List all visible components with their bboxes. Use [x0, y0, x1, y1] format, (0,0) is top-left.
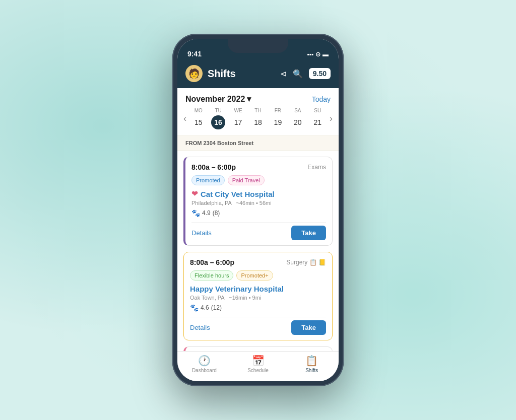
shift-1-time: 8:00a – 6:00p — [191, 163, 236, 171]
hospital-1-name: ❤ Cat City Vet Hospital — [191, 189, 326, 198]
hospital-2-name: Happy Veterinary Hospital — [190, 285, 326, 293]
hospital-1-name-text: Cat City Vet Hospital — [201, 190, 275, 198]
day-wednesday[interactable]: WE 17 — [231, 108, 245, 129]
day-number-19: 19 — [271, 115, 285, 129]
take-button-2[interactable]: Take — [291, 320, 326, 335]
shift-2-footer: Details Take — [190, 317, 326, 335]
week-calendar: ‹ MO 15 TU 16 WE 17 — [177, 108, 339, 135]
day-label-mon: MO — [195, 108, 203, 113]
rating-2-value: 4.6 — [201, 304, 209, 311]
shift-card-1-inner: 8:00a – 6:00p Exams Promoted Paid Travel… — [185, 157, 332, 245]
hospital-1-rating: 🐾 4.9 (8) — [191, 209, 326, 217]
day-sunday[interactable]: SU 21 — [310, 108, 325, 129]
header-title: Shifts — [208, 68, 275, 80]
shift-2-time: 8:00a – 6:00p — [190, 258, 234, 266]
score-badge: 9.50 — [309, 68, 331, 79]
hospital-1-distance: ~46min • 56mi — [236, 200, 271, 206]
location-banner: FROM 2304 Boston Street — [177, 135, 339, 151]
nav-schedule[interactable]: 📅 Schedule — [231, 355, 285, 373]
shifts-list: 8:00a – 6:00p Exams Promoted Paid Travel… — [177, 151, 339, 351]
bottom-nav: 🕐 Dashboard 📅 Schedule 📋 Shifts — [177, 351, 339, 381]
shift-1-footer: Details Take — [191, 222, 326, 240]
take-button-1[interactable]: Take — [291, 226, 326, 240]
nav-dashboard-label: Dashboard — [192, 368, 217, 373]
shift-card-2-inner: 8:00a – 6:00p Surgery 📋 📒 Flexible hours… — [184, 252, 332, 340]
hospital-1-city: Philadelphia, PA — [191, 200, 231, 206]
shift-1-top-row: 8:00a – 6:00p Exams — [191, 163, 326, 171]
heart-icon-1: ❤ — [191, 189, 198, 198]
phone-screen: 9:41 ▪▪▪ ⊙ ▬ 🧑 Shifts ⊲ 🔍 9.50 — [177, 39, 339, 381]
details-link-2[interactable]: Details — [190, 324, 210, 331]
hospital-2-rating: 🐾 4.6 (12) — [190, 304, 326, 312]
paw-icon-1: 🐾 — [191, 209, 200, 217]
hospital-1-location: Philadelphia, PA ~46min • 56mi — [191, 200, 326, 206]
chevron-down-icon: ▾ — [247, 94, 251, 104]
app-header: 🧑 Shifts ⊲ 🔍 9.50 — [177, 61, 339, 88]
from-label: FROM — [185, 140, 202, 146]
shift-card-1: 8:00a – 6:00p Exams Promoted Paid Travel… — [183, 157, 333, 246]
tag-flexible-2: Flexible hours — [190, 270, 233, 281]
today-button[interactable]: Today — [312, 95, 331, 103]
shift-1-type: Exams — [307, 164, 326, 171]
day-saturday[interactable]: SA 20 — [291, 108, 305, 129]
hospital-2-distance: ~16min • 9mi — [229, 295, 261, 301]
status-icons: ▪▪▪ ⊙ ▬ — [307, 51, 329, 58]
day-number-15: 15 — [191, 115, 206, 129]
prev-week-button[interactable]: ‹ — [181, 113, 188, 124]
next-week-button[interactable]: › — [328, 113, 335, 124]
shifts-icon: 📋 — [305, 355, 318, 367]
shift-card-3-inner: 8:00a – 6:00p Exams Flexible hours Promo… — [185, 347, 332, 351]
nav-shifts-label: Shifts — [305, 368, 318, 373]
tag-paid-travel-1: Paid Travel — [228, 175, 265, 185]
week-days: MO 15 TU 16 WE 17 TH 18 — [188, 108, 328, 129]
schedule-icon: 📅 — [252, 355, 265, 367]
paw-icon-2: 🐾 — [190, 304, 199, 312]
shift-2-type: Surgery 📋 📒 — [286, 259, 326, 266]
shift-card-2: 8:00a – 6:00p Surgery 📋 📒 Flexible hours… — [183, 252, 333, 340]
search-icon[interactable]: 🔍 — [293, 69, 303, 79]
day-label-sun: SU — [314, 108, 321, 113]
dashboard-icon: 🕐 — [198, 355, 211, 367]
rating-2-count: (12) — [211, 304, 222, 311]
nav-schedule-label: Schedule — [247, 368, 269, 373]
main-content: November 2022 ▾ Today ‹ MO 15 TU — [177, 88, 339, 351]
day-label-thu: TH — [254, 108, 261, 113]
day-number-16: 16 — [211, 115, 225, 129]
notch — [228, 39, 288, 53]
from-address: 2304 Boston Street — [203, 140, 253, 146]
rating-1-value: 4.9 — [202, 209, 211, 217]
day-friday[interactable]: FR 19 — [271, 108, 285, 129]
day-number-20: 20 — [291, 115, 305, 129]
day-label-sat: SA — [294, 108, 301, 113]
day-number-18: 18 — [251, 115, 265, 129]
rating-1-count: (8) — [213, 209, 220, 217]
header-actions: ⊲ 🔍 9.50 — [280, 68, 331, 79]
phone-wrapper: 9:41 ▪▪▪ ⊙ ▬ 🧑 Shifts ⊲ 🔍 9.50 — [172, 34, 344, 386]
wifi-icon: ⊙ — [315, 51, 320, 58]
nav-shifts[interactable]: 📋 Shifts — [285, 355, 339, 373]
tag-promoted-1: Promoted — [191, 175, 225, 185]
phone-frame: 9:41 ▪▪▪ ⊙ ▬ 🧑 Shifts ⊲ 🔍 9.50 — [172, 34, 344, 386]
filter-icon[interactable]: ⊲ — [280, 69, 287, 79]
shift-2-top-row: 8:00a – 6:00p Surgery 📋 📒 — [190, 258, 326, 266]
hospital-2-city: Oak Town, PA — [190, 295, 224, 301]
details-link-1[interactable]: Details — [191, 229, 212, 237]
shift-2-tags: Flexible hours Promoted+ — [190, 270, 326, 281]
status-time: 9:41 — [187, 50, 202, 58]
day-label-tue: TU — [215, 108, 221, 113]
shift-1-tags: Promoted Paid Travel — [191, 175, 326, 185]
day-monday[interactable]: MO 15 — [191, 108, 206, 129]
avatar[interactable]: 🧑 — [185, 65, 203, 82]
signal-icon: ▪▪▪ — [307, 51, 313, 58]
tag-promoted-plus-2: Promoted+ — [236, 270, 273, 281]
day-number-21: 21 — [310, 115, 325, 129]
day-label-fri: FR — [275, 108, 281, 113]
day-thursday[interactable]: TH 18 — [251, 108, 265, 129]
day-label-wed: WE — [234, 108, 242, 113]
hospital-2-location: Oak Town, PA ~16min • 9mi — [190, 295, 326, 301]
nav-dashboard[interactable]: 🕐 Dashboard — [177, 355, 231, 373]
month-label: November 2022 — [185, 95, 245, 104]
hospital-2-name-text: Happy Veterinary Hospital — [190, 285, 284, 293]
day-tuesday[interactable]: TU 16 — [211, 108, 225, 129]
battery-icon: ▬ — [322, 51, 329, 58]
